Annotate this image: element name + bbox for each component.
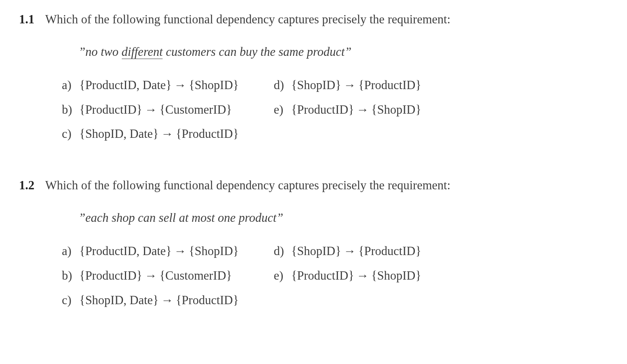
quote-suffix: customers can buy the same product” — [163, 45, 351, 59]
quote-prefix: ”each shop can sell at most one product” — [79, 211, 283, 225]
option-rhs: {ProductID} — [358, 243, 421, 259]
arrow-icon: → — [159, 126, 176, 142]
options-column-left: a) {ProductID, Date} → {ShopID} b) {Prod… — [62, 77, 239, 143]
option-b[interactable]: b) {ProductID} → {CustomerID} — [62, 267, 239, 284]
option-lhs: {ShopID} — [291, 77, 341, 93]
arrow-icon: → — [142, 267, 159, 284]
arrow-icon: → — [172, 243, 189, 259]
question-stem: Which of the following functional depend… — [45, 177, 608, 194]
arrow-icon: → — [341, 77, 358, 93]
question-number: 1.1 — [19, 11, 45, 28]
question-options: a) {ProductID, Date} → {ShopID} b) {Prod… — [62, 77, 608, 143]
option-letter: c) — [62, 126, 79, 142]
option-a[interactable]: a) {ProductID, Date} → {ShopID} — [62, 77, 239, 93]
question-header: 1.2 Which of the following functional de… — [19, 177, 608, 194]
option-rhs: {ProductID} — [176, 292, 239, 309]
option-rhs: {ProductID} — [176, 126, 239, 142]
option-lhs: {ShopID, Date} — [79, 292, 159, 309]
option-lhs: {ProductID} — [291, 101, 354, 118]
option-letter: a) — [62, 77, 79, 93]
option-letter: d) — [274, 243, 291, 259]
option-lhs: {ProductID, Date} — [79, 77, 172, 93]
question-quote: ”each shop can sell at most one product” — [79, 210, 608, 226]
options-column-right: d) {ShopID} → {ProductID} e) {ProductID}… — [274, 243, 421, 309]
option-rhs: {ShopID} — [189, 77, 239, 93]
option-rhs: {CustomerID} — [159, 101, 232, 118]
quote-underlined: different — [122, 45, 163, 59]
option-letter: d) — [274, 77, 291, 93]
option-rhs: {ProductID} — [358, 77, 421, 93]
arrow-icon: → — [142, 101, 159, 118]
option-e[interactable]: e) {ProductID} → {ShopID} — [274, 101, 421, 118]
question-stem: Which of the following functional depend… — [45, 11, 608, 28]
option-c[interactable]: c) {ShopID, Date} → {ProductID} — [62, 292, 239, 309]
quote-prefix: ”no two — [79, 45, 122, 59]
option-lhs: {ProductID} — [79, 101, 142, 118]
option-letter: c) — [62, 292, 79, 309]
option-rhs: {CustomerID} — [159, 267, 232, 284]
option-letter: e) — [274, 267, 291, 284]
question-1-2: 1.2 Which of the following functional de… — [19, 177, 608, 308]
arrow-icon: → — [354, 101, 371, 118]
option-e[interactable]: e) {ProductID} → {ShopID} — [274, 267, 421, 284]
question-header: 1.1 Which of the following functional de… — [19, 11, 608, 28]
arrow-icon: → — [341, 243, 358, 259]
option-lhs: {ProductID} — [291, 267, 354, 284]
option-rhs: {ShopID} — [371, 267, 421, 284]
arrow-icon: → — [172, 77, 189, 93]
option-a[interactable]: a) {ProductID, Date} → {ShopID} — [62, 243, 239, 259]
option-lhs: {ShopID} — [291, 243, 341, 259]
question-1-1: 1.1 Which of the following functional de… — [19, 11, 608, 142]
option-letter: e) — [274, 101, 291, 118]
question-number: 1.2 — [19, 177, 45, 194]
option-lhs: {ShopID, Date} — [79, 126, 159, 142]
option-b[interactable]: b) {ProductID} → {CustomerID} — [62, 101, 239, 118]
options-column-right: d) {ShopID} → {ProductID} e) {ProductID}… — [274, 77, 421, 143]
option-lhs: {ProductID, Date} — [79, 243, 172, 259]
arrow-icon: → — [159, 292, 176, 309]
option-letter: b) — [62, 101, 79, 118]
option-lhs: {ProductID} — [79, 267, 142, 284]
option-d[interactable]: d) {ShopID} → {ProductID} — [274, 77, 421, 93]
question-options: a) {ProductID, Date} → {ShopID} b) {Prod… — [62, 243, 608, 309]
question-quote: ”no two different customers can buy the … — [79, 44, 608, 60]
option-letter: b) — [62, 267, 79, 284]
options-column-left: a) {ProductID, Date} → {ShopID} b) {Prod… — [62, 243, 239, 309]
option-letter: a) — [62, 243, 79, 259]
option-rhs: {ShopID} — [189, 243, 239, 259]
option-rhs: {ShopID} — [371, 101, 421, 118]
page: 1.1 Which of the following functional de… — [0, 0, 627, 362]
option-d[interactable]: d) {ShopID} → {ProductID} — [274, 243, 421, 259]
option-c[interactable]: c) {ShopID, Date} → {ProductID} — [62, 126, 239, 142]
arrow-icon: → — [354, 267, 371, 284]
